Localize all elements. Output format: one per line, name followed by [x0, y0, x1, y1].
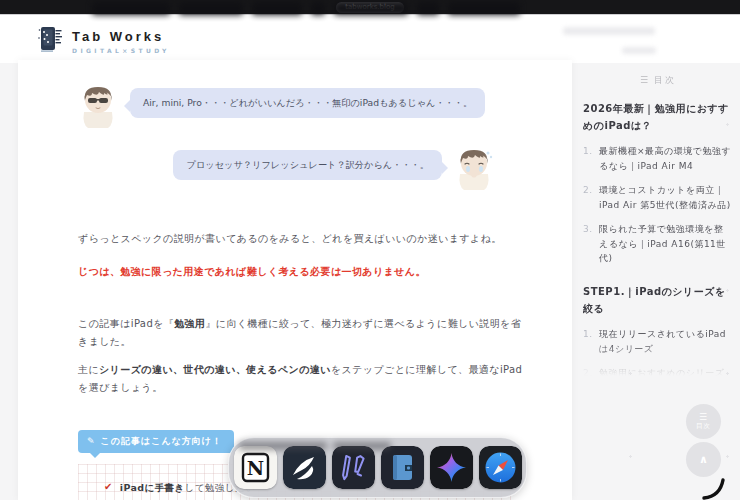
sidebar-toc-link[interactable]: 3. 限られた予算で勉強環境を整えるなら｜iPad A16(第11世代) — [583, 222, 733, 266]
avatar-boy-crying — [454, 146, 494, 192]
text-segment: 主に — [78, 364, 99, 375]
logo-subtitle: DIGITAL×STUDY — [72, 47, 170, 54]
planner-app-icon[interactable] — [381, 446, 424, 489]
chat-row: プロッセッサ？リフレッシュレート？訳分からん・・・。 — [78, 146, 494, 192]
item-text: 環境とコストカットを両立｜iPad Air 第5世代(整備済み品) — [599, 183, 733, 212]
site-logo[interactable]: Tab Works DIGITAL×STUDY — [38, 26, 170, 54]
checkmark-icon: ✔ — [104, 481, 113, 493]
callout-badge: ✎この記事はこんな方向け！ — [78, 429, 234, 453]
item-number: 1. — [583, 144, 593, 173]
paragraph: ずらっとスペックの説明が書いてあるのをみると、どれを買えばいいのか迷いますよね。 — [78, 230, 524, 248]
chat-row: Air, mini, Pro・・・どれがいいんだろ・・・無印のiPadもあるじゃ… — [78, 84, 524, 130]
badge-label: この記事はこんな方向け！ — [101, 435, 222, 448]
item-number: 1. — [583, 327, 593, 356]
chat-bubble: プロッセッサ？リフレッシュレート？訳分からん・・・。 — [173, 150, 442, 180]
redacted-header-item — [563, 27, 655, 35]
text-segment-bold: 勉強用 — [174, 318, 205, 329]
item-text: 現在リリースされているiPadは4シリーズ — [599, 327, 733, 356]
item-text: 限られた予算で勉強環境を整えるなら｜iPad A16(第11世代) — [599, 222, 733, 266]
item-text: 最新機種×最高の環境で勉強するなら｜iPad Air M4 — [599, 144, 733, 173]
floating-toc-label: 目次 — [696, 422, 711, 430]
logo-icon — [38, 26, 63, 53]
gemini-app-icon[interactable] — [430, 446, 473, 489]
sidebar-section-title[interactable]: STEP1.｜iPadのシリーズを絞る — [583, 284, 733, 317]
text-segment-bold: iPadに手書き — [120, 482, 185, 493]
sidebar-toc-link[interactable]: 1. 最新機種×最高の環境で勉強するなら｜iPad Air M4 — [583, 144, 733, 173]
sidebar-toc-link[interactable]: 1. 現在リリースされているiPadは4シリーズ — [583, 327, 733, 356]
sidebar-toc-title: 目次 — [654, 75, 676, 85]
redacted-page-title — [92, 2, 536, 17]
back-to-top-button[interactable]: ∧ — [686, 442, 721, 477]
sidebar-toc-header: ☰目次 — [583, 74, 733, 87]
sidebar-toc-link[interactable]: 2. 勉強用におすすめのシリーズは？ — [583, 366, 733, 395]
list-icon: ☰ — [640, 75, 650, 85]
badge-tail — [90, 453, 100, 458]
sidebar-section-title[interactable]: 2026年最新｜勉強用におすすめのiPadは？ — [583, 101, 733, 134]
ink-swoosh-mark — [700, 477, 732, 500]
safari-app-icon[interactable] — [479, 446, 522, 489]
craft-app-icon[interactable] — [283, 446, 326, 489]
app-dock: N — [228, 437, 527, 498]
text-segment: この記事はiPadを『 — [78, 318, 174, 329]
item-text: 勉強用におすすめのシリーズは？ — [599, 366, 733, 395]
list-icon: ☰ — [699, 413, 708, 422]
logo-title: Tab Works — [72, 29, 170, 44]
pens-notes-app-icon[interactable] — [332, 446, 375, 489]
redacted-text-blur — [239, 442, 327, 450]
avatar-boy-sunglasses — [78, 84, 118, 130]
redacted-text-blur — [333, 442, 391, 450]
paragraph: 主にシリーズの違い、世代の違い、使えるペンの違いをステップごとに理解して、最適な… — [78, 361, 524, 397]
item-number: 2. — [583, 366, 593, 395]
notion-app-icon[interactable]: N — [234, 446, 277, 489]
chevron-up-icon: ∧ — [699, 453, 708, 466]
pencil-icon: ✎ — [87, 436, 96, 446]
svg-text:N: N — [246, 457, 263, 479]
paragraph-alert: じつは、勉強に限った用途であれば難しく考える必要は一切ありません。 — [78, 263, 524, 281]
sidebar-toc-link[interactable]: 2. 環境とコストカットを両立｜iPad Air 第5世代(整備済み品) — [583, 183, 733, 212]
item-number: 3. — [583, 222, 593, 266]
text-segment-bold: シリーズの違い、世代の違い、使えるペンの違い — [99, 364, 331, 375]
item-number: 2. — [583, 183, 593, 212]
redacted-header-item — [622, 47, 656, 54]
sidebar-toc: ☰目次 2026年最新｜勉強用におすすめのiPadは？ 1. 最新機種×最高の環… — [583, 74, 733, 405]
article-card: Air, mini, Pro・・・どれがいいんだろ・・・無印のiPadもあるじゃ… — [18, 60, 572, 500]
floating-toc-button[interactable]: ☰ 目次 — [686, 404, 721, 439]
chat-bubble: Air, mini, Pro・・・どれがいいんだろ・・・無印のiPadもあるじゃ… — [130, 88, 485, 118]
paragraph: この記事はiPadを『勉強用』に向く機種に絞って、極力迷わずに選べるように難しい… — [78, 315, 524, 351]
